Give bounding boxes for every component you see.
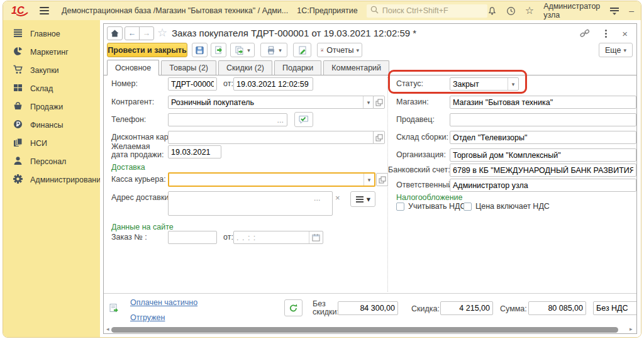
caret-down-icon: ▾ (623, 47, 626, 53)
warehouse-input[interactable] (450, 131, 636, 144)
scroll-right-arrow[interactable]: ▸ (630, 326, 633, 332)
caret-down-icon[interactable]: ▾ (363, 96, 374, 108)
responsible-input[interactable] (450, 179, 636, 192)
sidebar-item-main[interactable]: Главное (3, 25, 100, 43)
courier-cash-input[interactable] (169, 174, 364, 186)
discount-card-input[interactable] (168, 131, 374, 144)
close-form-button[interactable]: × (622, 29, 628, 38)
notifications-bell-icon[interactable] (487, 6, 497, 16)
save-button[interactable] (192, 43, 208, 57)
delivery-address-textarea[interactable] (168, 191, 333, 216)
responsible-label: Ответственный: (396, 181, 455, 189)
status-dropdown[interactable]: ▾ (450, 77, 519, 91)
service-menu-icon[interactable] (609, 6, 619, 15)
sum-total-label: Сумма: (500, 304, 527, 313)
counterparty-open-button[interactable] (373, 96, 385, 109)
1c-logo-icon: 1С (11, 4, 28, 17)
vat-mode-input[interactable] (593, 301, 637, 315)
get-link-icon[interactable] (580, 28, 590, 38)
edit-button[interactable] (293, 43, 311, 57)
shipped-link[interactable]: Отгружен (130, 313, 165, 322)
address-menu-button[interactable]: ▾ (350, 191, 375, 207)
delivery-address-label: Адрес доставки: (111, 193, 171, 202)
back-button[interactable]: ← (125, 26, 140, 40)
home-button[interactable] (107, 26, 123, 40)
counterparty-input[interactable] (169, 96, 363, 108)
history-clock-icon[interactable] (506, 6, 516, 16)
site-order-input[interactable] (168, 231, 217, 244)
favorite-star-icon[interactable]: ☆ (157, 26, 167, 40)
tab-gifts[interactable]: Подарки (274, 60, 321, 75)
sum-total-input[interactable] (528, 301, 586, 315)
phone-input[interactable] (169, 114, 274, 126)
address-ellipsis-button[interactable]: ... (314, 194, 320, 203)
scrollbar-thumb[interactable] (111, 327, 618, 333)
more-button[interactable]: Еще ▾ (599, 43, 633, 57)
sidebar-item-warehouse[interactable]: Склад (3, 79, 100, 97)
courier-cash-field[interactable]: ▾ (168, 172, 375, 187)
caret-down-icon[interactable]: ▾ (364, 174, 374, 186)
current-user[interactable]: Администратор узла (543, 2, 600, 19)
no-discount-total-input[interactable] (338, 301, 398, 315)
number-input[interactable] (168, 77, 217, 91)
forward-button[interactable]: → (139, 26, 154, 40)
status-input[interactable] (450, 78, 508, 90)
price-includes-vat-checkbox[interactable]: Цена включает НДС (464, 202, 550, 211)
sidebar-item-administration[interactable]: Администрирование (3, 170, 100, 189)
calendar-icon[interactable] (309, 231, 323, 243)
counterparty-label: Контрагент: (111, 97, 154, 106)
copy-button[interactable]: ▾ (230, 43, 255, 57)
document-date-input[interactable] (233, 77, 313, 91)
sidebar-item-marketing[interactable]: Маркетинг (3, 43, 100, 61)
site-order-date-field[interactable]: . . : : (233, 231, 323, 244)
ruble-circle-icon (13, 119, 23, 131)
counterparty-field[interactable]: ▾ (168, 96, 374, 109)
shop-input[interactable] (450, 96, 636, 109)
call-message-button[interactable] (294, 112, 313, 127)
sidebar-label: НСИ (30, 139, 47, 148)
print-button[interactable]: ▾ (260, 43, 287, 57)
sidebar-label: Склад (30, 84, 53, 93)
sidebar-item-sales[interactable]: Продажи (3, 97, 100, 116)
global-search[interactable] (367, 4, 487, 18)
more-actions-icon[interactable] (605, 30, 607, 38)
bank-account-input[interactable] (450, 164, 636, 177)
desired-date-input[interactable] (168, 145, 221, 158)
minimize-button[interactable]: – (629, 6, 634, 15)
post-and-close-button[interactable]: Провести и закрыть (107, 43, 187, 57)
number-label: Номер: (111, 79, 138, 88)
tab-goods[interactable]: Товары (2) (161, 60, 216, 75)
tab-discounts[interactable]: Скидки (2) (218, 60, 272, 75)
courier-cash-open-button[interactable] (376, 173, 388, 186)
sidebar-label: Маркетинг (30, 48, 69, 57)
checkbox-icon[interactable] (396, 203, 404, 211)
scroll-left-arrow[interactable]: ◂ (106, 326, 109, 332)
horizontal-scrollbar[interactable]: ◂ ▸ (104, 326, 636, 334)
ellipsis-button[interactable]: ... (274, 114, 287, 126)
paid-partially-link[interactable]: Оплачен частично (130, 298, 197, 307)
tab-comment[interactable]: Комментарий (323, 60, 389, 75)
discount-total-input[interactable] (440, 301, 493, 315)
organization-input[interactable] (450, 148, 636, 162)
tab-main[interactable]: Основное (107, 60, 159, 75)
form-header-actions: × (580, 28, 628, 38)
refresh-totals-button[interactable] (284, 299, 303, 316)
caret-down-icon: ▾ (247, 47, 250, 53)
favorites-star-icon[interactable]: ☆ (525, 6, 534, 16)
sidebar-item-purchases[interactable]: Закупки (3, 61, 100, 79)
address-clear-button[interactable]: × (335, 193, 340, 203)
post-document-button[interactable] (211, 43, 226, 57)
main-area: ← → ☆ Заказ покупателя ТДРТ-000001 от 19… (100, 20, 641, 337)
sidebar-item-finance[interactable]: Финансы (3, 116, 100, 134)
search-input[interactable] (382, 6, 484, 15)
reports-button[interactable]: Отчеты ▾ (317, 43, 362, 57)
sidebar-item-personnel[interactable]: Персонал (3, 152, 100, 170)
vat-checkbox[interactable]: Учитывать НДС (396, 202, 466, 211)
sidebar-item-nsi[interactable]: НСИ (3, 134, 100, 152)
caret-down-icon[interactable]: ▾ (508, 78, 518, 90)
main-menu-icon[interactable] (40, 7, 49, 14)
phone-field[interactable]: ... (168, 113, 287, 126)
seller-input[interactable] (450, 113, 636, 126)
checkbox-icon[interactable] (464, 203, 472, 211)
discount-card-open-button[interactable] (373, 131, 385, 144)
